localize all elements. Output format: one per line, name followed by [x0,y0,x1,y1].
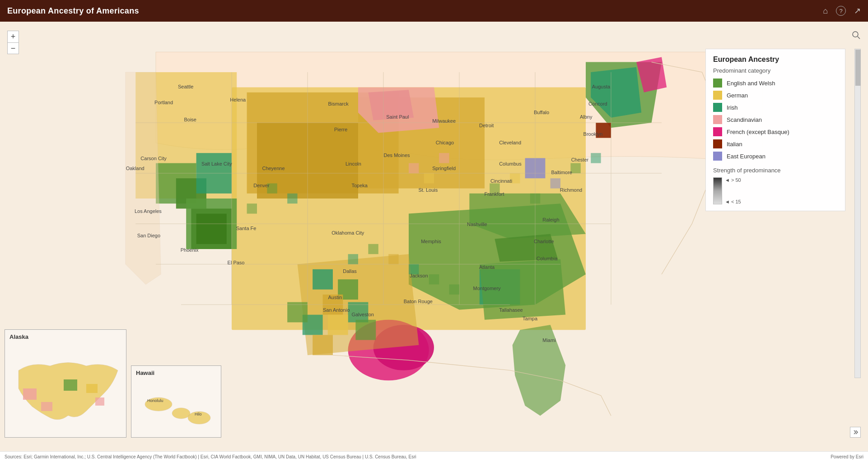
legend-scrollbar[interactable] [854,49,861,378]
svg-point-54 [853,32,858,37]
svg-rect-42 [490,183,499,193]
legend-swatch [713,139,722,148]
svg-rect-36 [267,183,277,193]
map-area: SeattlePortlandOaklandLos AngelesSan Die… [0,22,868,451]
legend-item: Scandinavian [713,115,838,124]
svg-rect-59 [64,379,77,391]
footer: Sources: Esri; Garmin International, Inc… [0,451,868,462]
strength-title: Strength of predominance [713,167,838,174]
svg-rect-17 [328,315,348,335]
svg-rect-47 [591,153,601,163]
alaska-inset: Alaska [5,329,126,438]
svg-rect-62 [131,377,221,436]
footer-sources: Sources: Esri; Garmin International, Inc… [5,454,416,459]
svg-rect-58 [41,402,52,411]
svg-rect-18 [355,320,376,340]
svg-rect-52 [429,274,439,284]
svg-rect-49 [368,244,378,254]
legend-swatch [713,127,722,136]
svg-rect-46 [570,163,580,173]
app-header: European Ancestry of Americans ⌂ ? ↗ [0,0,868,22]
legend-items: English and WelshGermanIrishScandinavian… [713,79,838,161]
strength-high-label: ◄ > 50 [725,177,741,183]
svg-line-55 [858,37,860,39]
app-title: European Ancestry of Americans [7,6,139,16]
legend-item-label: Italian [727,141,742,148]
legend-item-label: Irish [727,104,738,111]
share-icon[interactable]: ↗ [854,6,861,16]
strength-labels: ◄ > 50 ◄ < 15 [725,177,741,204]
svg-rect-37 [287,194,297,203]
svg-rect-20 [287,302,308,323]
svg-rect-60 [86,384,98,393]
legend-item: French (except Basque) [713,127,838,136]
svg-rect-53 [449,284,459,294]
svg-rect-40 [424,173,434,183]
home-icon[interactable]: ⌂ [823,6,828,16]
svg-rect-51 [409,264,419,274]
legend-swatch [713,103,722,112]
svg-rect-57 [23,388,37,400]
legend-item: Irish [713,103,838,112]
svg-rect-13 [313,269,333,290]
svg-text:Hilo: Hilo [195,412,202,416]
search-button[interactable] [852,31,861,42]
svg-rect-50 [388,254,398,264]
legend-item: East European [713,152,838,161]
legend-item-label: French (except Basque) [727,129,789,135]
svg-rect-48 [348,254,358,264]
legend-item: Italian [713,139,838,148]
svg-rect-38 [247,203,257,213]
legend-scrollbar-thumb[interactable] [855,50,861,86]
hawaii-label: Hawaii [136,370,154,376]
legend-item-label: East European [727,153,765,160]
legend-item: German [713,91,838,100]
legend-title: European Ancestry [713,55,838,64]
svg-text:Honolulu: Honolulu [147,398,163,403]
svg-point-64 [172,408,190,419]
zoom-controls[interactable]: + − [7,31,19,54]
legend-swatch [713,152,722,161]
strength-low-label: ◄ < 15 [725,199,741,204]
svg-rect-45 [551,178,560,188]
strength-gradient [713,177,722,204]
zoom-in-button[interactable]: + [7,31,19,42]
svg-rect-61 [95,397,104,406]
legend-item: English and Welsh [713,79,838,88]
svg-rect-43 [510,173,520,183]
svg-rect-44 [530,194,540,203]
legend-item-label: English and Welsh [727,80,775,87]
legend-item-label: Scandinavian [727,116,762,123]
legend-expand-button[interactable] [850,427,861,438]
zoom-out-button[interactable]: − [7,42,19,54]
svg-rect-24 [196,214,227,244]
strength-high: ◄ > 50 ◄ < 15 [713,177,741,204]
svg-rect-21 [313,335,333,355]
svg-rect-39 [409,163,419,173]
svg-rect-11 [596,123,611,138]
alaska-label: Alaska [9,333,28,340]
help-icon[interactable]: ? [836,6,846,16]
header-actions: ⌂ ? ↗ [823,6,861,16]
legend-swatch [713,91,722,100]
legend-item-label: German [727,92,748,99]
footer-powered-by: Powered by Esri [831,454,863,459]
legend-swatch [713,79,722,88]
hawaii-inset: Hawaii Honolulu Hilo [131,365,221,438]
svg-rect-16 [348,302,369,323]
svg-rect-41 [439,153,449,163]
strength-section: Strength of predominance ◄ > 50 ◄ < 15 [713,167,838,204]
legend-subtitle: Predominant category [713,67,838,74]
legend-panel: European Ancestry Predominant category E… [705,49,845,211]
strength-bar: ◄ > 50 ◄ < 15 [713,177,838,204]
legend-swatch [713,115,722,124]
